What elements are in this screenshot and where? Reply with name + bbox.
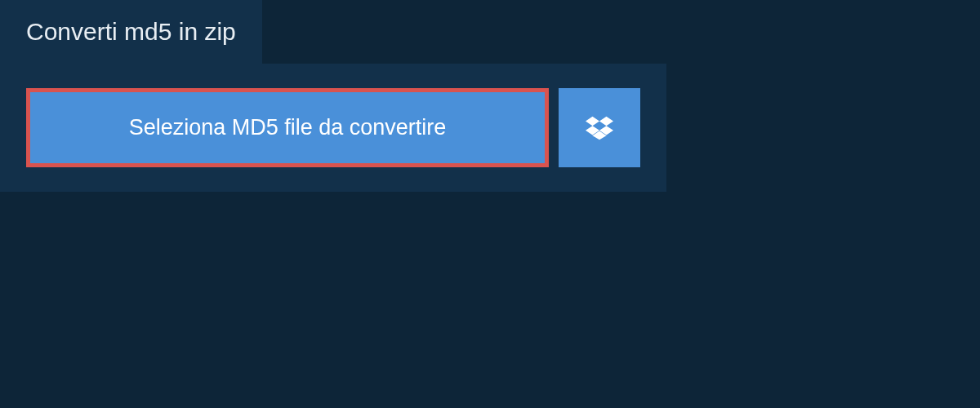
dropbox-icon: [586, 114, 613, 142]
tab-label: Converti md5 in zip: [26, 18, 236, 45]
button-row: Seleziona MD5 file da convertire: [26, 88, 640, 167]
tab-convert[interactable]: Converti md5 in zip: [0, 0, 262, 64]
content-panel: Seleziona MD5 file da convertire: [0, 64, 666, 192]
dropbox-button[interactable]: [559, 88, 640, 167]
select-file-button[interactable]: Seleziona MD5 file da convertire: [26, 88, 549, 167]
tab-bar: Converti md5 in zip: [0, 0, 980, 64]
select-file-label: Seleziona MD5 file da convertire: [129, 115, 447, 140]
